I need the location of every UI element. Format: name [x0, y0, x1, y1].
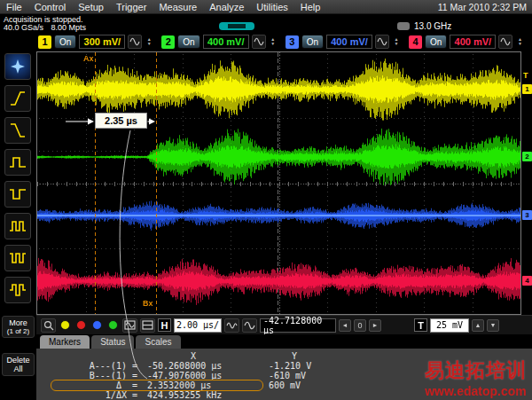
- channel-1-on-button[interactable]: On: [54, 35, 76, 49]
- channel-4-offset-spinner[interactable]: ▲▼: [515, 37, 524, 46]
- channel-4-button[interactable]: 4: [409, 35, 422, 49]
- y-column-header: Y: [263, 351, 297, 361]
- multi-grid-view-icon[interactable]: [140, 318, 155, 333]
- channel-bar: 1 On 300 mV/ ▲▼ 2 On 400 mV/ ▲▼ 3 On 400…: [0, 32, 532, 51]
- menu-measure[interactable]: Measure: [153, 0, 203, 14]
- marker-fall-edge-icon[interactable]: [4, 117, 31, 144]
- hzoom-in-icon[interactable]: [242, 318, 257, 333]
- delay-left-spinner[interactable]: ◄: [339, 319, 351, 332]
- horizontal-label: H: [158, 318, 171, 332]
- horizontal-toolbar: H 2.00 µs/ -42.7128000 µs ◄ 0 ► T 25 mV …: [36, 315, 532, 334]
- sample-rate: 40.0 GSa/s: [4, 23, 43, 32]
- channel-3-offset-spinner[interactable]: ▲▼: [392, 37, 401, 46]
- channel-1-button[interactable]: 1: [38, 35, 51, 49]
- markers-panel: X Y A---(1) = -50.2608000 µs -1.210 V B-…: [36, 349, 532, 400]
- channel-2-scale[interactable]: 400 mV/: [203, 35, 249, 49]
- channel-4-waveform-icon[interactable]: [498, 35, 512, 49]
- trigger-down-spinner[interactable]: ▼: [487, 319, 499, 332]
- timebase-value[interactable]: 2.00 µs/: [174, 318, 222, 333]
- oscilloscope-screen: File Control Setup Trigger Measure Analy…: [0, 0, 532, 400]
- channel-1-offset-spinner[interactable]: ▲▼: [145, 37, 153, 46]
- channel-2-group: 2 On 400 mV/ ▲▼: [161, 35, 277, 49]
- slider-slot: [228, 24, 246, 28]
- marker-b-y-value: -610 mV: [263, 371, 306, 380]
- delta-y-value: 600 mV: [263, 380, 301, 390]
- waveform-canvas[interactable]: [36, 51, 521, 315]
- channel-1-group: 1 On 300 mV/ ▲▼: [38, 35, 153, 49]
- trigger-level-value[interactable]: 25 mV: [430, 318, 469, 333]
- marker-pulse-up-icon[interactable]: [4, 149, 31, 176]
- zoom-icon[interactable]: [41, 318, 56, 333]
- trigger-label: T: [414, 318, 427, 332]
- marker-color-blue-button[interactable]: [92, 320, 102, 330]
- all-label: All: [3, 365, 34, 373]
- marker-pulse-down-icon[interactable]: [4, 181, 31, 208]
- inverse-delta-label: 1/ΔX =: [54, 390, 143, 400]
- marker-color-red-button[interactable]: [76, 320, 86, 330]
- marker-color-green-button[interactable]: [108, 320, 118, 330]
- channel-3-on-button[interactable]: On: [301, 35, 324, 49]
- marker-a-y-value: -1.210 V: [263, 361, 311, 371]
- hzoom-out-icon[interactable]: [224, 318, 239, 333]
- bandwidth-icon: [397, 22, 410, 30]
- more-button[interactable]: More (1 of 2): [2, 316, 35, 338]
- channel-3-trace-tag[interactable]: 3: [522, 210, 532, 220]
- waveform-display[interactable]: Ax Bx 2.35 µs T 1 2 3 4: [36, 51, 532, 315]
- menu-utilities[interactable]: Utilities: [250, 0, 293, 14]
- channel-4-group: 4 On 400 mV/ ▲▼: [409, 35, 524, 49]
- channel-4-trace-tag[interactable]: 4: [522, 276, 532, 286]
- delay-right-spinner[interactable]: ►: [369, 319, 381, 332]
- channel-3-group: 3 On 400 mV/ ▲▼: [286, 35, 401, 49]
- marker-b-label[interactable]: Bx: [143, 299, 153, 308]
- app-logo-icon[interactable]: [4, 53, 31, 80]
- channel-2-on-button[interactable]: On: [177, 35, 200, 49]
- marker-color-yellow-button[interactable]: [60, 320, 70, 330]
- marker-rise-edge-icon[interactable]: [4, 85, 31, 112]
- marker-burst-icon[interactable]: [4, 277, 31, 303]
- marker-a-label[interactable]: Ax: [83, 54, 94, 63]
- channel-4-on-button[interactable]: On: [425, 35, 447, 49]
- delete-all-button[interactable]: Delete All: [2, 353, 35, 376]
- memory-depth: 8.00 Mpts: [51, 23, 87, 32]
- tab-markers[interactable]: Markers: [40, 335, 90, 349]
- single-grid-view-icon[interactable]: [122, 318, 137, 333]
- delta-time-annotation: 2.35 µs: [95, 113, 147, 129]
- marker-train-up-icon[interactable]: [4, 213, 31, 239]
- datetime-display: 11 Mar 2010 2:32 PM: [438, 2, 532, 12]
- more-page-indicator: (1 of 2): [3, 327, 34, 335]
- menu-help[interactable]: Help: [294, 0, 327, 14]
- channel-3-button[interactable]: 3: [286, 35, 299, 49]
- channel-2-button[interactable]: 2: [161, 35, 175, 49]
- channel-1-scale[interactable]: 300 mV/: [79, 35, 125, 49]
- channel-3-waveform-icon[interactable]: [375, 35, 389, 49]
- menu-setup[interactable]: Setup: [72, 0, 110, 14]
- status-bar: Acquisition is stopped. 40.0 GSa/s 8.00 …: [0, 15, 532, 32]
- channel-1-waveform-icon[interactable]: [128, 35, 142, 49]
- tab-scales[interactable]: Scales: [136, 335, 180, 349]
- sidebar: More (1 of 2) Delete All: [0, 51, 36, 400]
- more-label: More: [3, 318, 34, 327]
- menu-analyze[interactable]: Analyze: [203, 0, 250, 14]
- inverse-delta-value: 424.953255 kHz: [143, 390, 260, 400]
- channel-2-offset-spinner[interactable]: ▲▼: [269, 37, 278, 46]
- tab-status[interactable]: Status: [91, 335, 134, 349]
- channel-1-trace-tag[interactable]: 1: [522, 84, 532, 94]
- marker-train-down-icon[interactable]: [4, 245, 31, 271]
- channel-2-trace-tag[interactable]: 2: [522, 152, 532, 161]
- result-tabs: Markers Status Scales: [36, 334, 532, 349]
- horizontal-delay-value[interactable]: -42.7128000 µs: [260, 318, 336, 333]
- delay-zero-button[interactable]: 0: [354, 319, 366, 332]
- bandwidth-value: 13.0 GHz: [414, 21, 451, 31]
- channel-2-waveform-icon[interactable]: [252, 35, 266, 49]
- menu-file[interactable]: File: [0, 0, 28, 14]
- inverse-delta-row: 1/ΔX = 424.953255 kHz: [36, 390, 532, 400]
- delete-label: Delete: [3, 356, 34, 365]
- menu-control[interactable]: Control: [28, 0, 72, 14]
- trigger-up-spinner[interactable]: ▲: [472, 319, 484, 332]
- menu-bar: File Control Setup Trigger Measure Analy…: [0, 0, 532, 14]
- channel-3-scale[interactable]: 400 mV/: [326, 35, 372, 49]
- trigger-level-marker[interactable]: T: [523, 71, 528, 80]
- acquisition-position-slider[interactable]: [219, 22, 254, 30]
- channel-4-scale[interactable]: 400 mV/: [450, 35, 496, 49]
- menu-trigger[interactable]: Trigger: [110, 0, 153, 14]
